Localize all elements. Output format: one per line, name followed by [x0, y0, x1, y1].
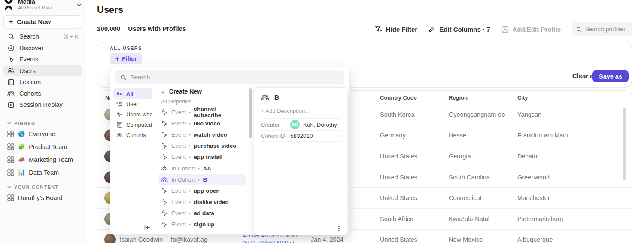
pencil-icon	[428, 26, 435, 33]
caret-right-icon: ▸	[189, 222, 191, 226]
sidebar-board-product-team[interactable]: 🧩 Product Team	[3, 140, 82, 153]
hide-filter-button[interactable]: Hide Filter	[375, 26, 417, 33]
event-spark-icon	[7, 56, 15, 63]
sidebar-board-dorothys-board[interactable]: Dorothy's Board	[3, 191, 82, 204]
user-props-icon	[116, 101, 123, 107]
caret-right-icon: ▸	[189, 144, 191, 148]
compass-icon	[7, 44, 15, 52]
search-profiles-input[interactable]	[585, 26, 628, 33]
text-aa-icon: Aa	[116, 91, 123, 96]
caret-right-icon: ▸	[189, 211, 191, 215]
property-item-cohort-b[interactable]: In Cohort ▸ B	[158, 174, 246, 185]
col-header-city[interactable]: City	[517, 94, 528, 101]
caret-right-icon: ▸	[189, 189, 191, 193]
sidebar-item-search[interactable]: Search ⌘ + K	[3, 31, 82, 43]
puzzle-emoji-icon: 🧩	[18, 143, 25, 150]
workspace-subtitle: All Project Data	[18, 5, 73, 11]
property-item-app-install[interactable]: Event ▸ app install	[158, 152, 246, 163]
category-cohorts[interactable]: Cohorts	[113, 130, 152, 140]
drag-handle-icon[interactable]: ⋮⋮	[102, 45, 109, 50]
board-grid-icon	[7, 143, 14, 150]
col-header-region[interactable]: Region	[449, 94, 468, 101]
sidebar-nav: Search ⌘ + K Discover Events Users Lex	[0, 31, 86, 111]
event-spark-icon	[161, 210, 168, 216]
table-scrollbar[interactable]	[623, 108, 626, 180]
caret-right-icon: ▸	[198, 167, 200, 170]
sidebar-item-cohorts[interactable]: Cohorts	[3, 88, 82, 100]
your-content-section-header[interactable]: YOUR CONTENT	[3, 183, 82, 191]
filter-funnel-icon	[375, 26, 382, 33]
add-edit-profile-button[interactable]: Add/Edit Profile	[501, 26, 561, 33]
property-item-sign-up[interactable]: Event ▸ sign up	[158, 219, 246, 230]
property-item-app-open[interactable]: Event ▸ app open	[158, 185, 246, 196]
edit-columns-button[interactable]: Edit Columns · 7	[428, 26, 490, 33]
caret-right-icon: ▸	[198, 178, 200, 182]
create-new-button[interactable]: + Create New	[3, 15, 82, 28]
megaphone-emoji-icon: 📣	[18, 156, 25, 163]
collapse-panel-icon[interactable]	[143, 224, 152, 231]
sidebar-item-session-replay[interactable]: Session Replay	[3, 99, 82, 111]
sidebar-board-everyone[interactable]: 🌎 Everyone	[3, 128, 82, 140]
board-grid-icon	[7, 131, 14, 137]
cohort-title: B	[274, 94, 279, 101]
sidebar-item-users[interactable]: Users	[3, 65, 82, 77]
workspace-switcher[interactable]: Media All Project Data	[3, 0, 85, 12]
media-x-logo	[3, 0, 15, 11]
user-count: 100,000	[97, 25, 120, 32]
user-name: Isaiah Goodwin	[120, 236, 163, 243]
pinned-section-header[interactable]: PINNED	[3, 119, 82, 128]
chevron-down-icon	[77, 3, 82, 6]
replay-icon	[7, 101, 15, 109]
sidebar-item-events[interactable]: Events	[3, 54, 82, 65]
updated-date: Jan 4, 2024	[311, 236, 343, 243]
caret-right-icon: ▸	[189, 133, 191, 137]
sidebar-divider	[4, 115, 82, 115]
property-item-ad-data[interactable]: Event ▸ ad data	[158, 208, 246, 219]
dropdown-scrollbar[interactable]	[249, 88, 252, 138]
property-item-dislike-video[interactable]: Event ▸ dislike video	[158, 197, 246, 208]
cohort-detail-popover: B + Add Description... Creator KD Koh, D…	[254, 87, 348, 235]
category-computed[interactable]: Computed	[113, 119, 152, 130]
save-as-button[interactable]: Save as	[592, 70, 629, 82]
dropdown-search-input[interactable]	[130, 74, 340, 81]
filter-property-dropdown: Aa All User Users who di... Computed C	[110, 67, 350, 235]
creator-name: Koh, Dorothy	[303, 122, 337, 128]
create-new-label: Create New	[17, 18, 51, 25]
property-item-cohort-aa[interactable]: In Cohort ▸ AA	[158, 163, 246, 174]
property-item-channel-subscribe[interactable]: Event ▸ channel subscribe	[158, 106, 246, 118]
property-item-like-video[interactable]: Event ▸ like video	[158, 118, 246, 129]
plus-icon: +	[161, 88, 165, 95]
cohorts-icon	[161, 166, 168, 171]
chevron-down-icon	[7, 186, 11, 188]
chart-emoji-icon: 📊	[18, 169, 25, 176]
board-grid-icon	[7, 194, 14, 201]
sidebar-board-data-team[interactable]: 📊 Data Team	[3, 166, 82, 179]
all-users-group-label: ALL USERS	[110, 46, 142, 51]
sidebar-item-lexicon[interactable]: Lexicon	[3, 76, 82, 88]
category-users-who-did[interactable]: Users who di...	[113, 109, 152, 119]
event-spark-icon	[161, 131, 168, 138]
col-header-country[interactable]: Country Code	[380, 94, 417, 101]
dropdown-category-list: Aa All User Users who di... Computed C	[110, 88, 155, 140]
sidebar: Media All Project Data + Create New Sear…	[0, 0, 86, 243]
property-item-watch-video[interactable]: Event ▸ watch video	[158, 129, 246, 140]
property-item-purchase-video[interactable]: Event ▸ purchase video	[158, 140, 246, 152]
dropdown-create-new-button[interactable]: + Create New	[155, 86, 249, 97]
board-grid-icon	[7, 156, 14, 163]
add-description-link[interactable]: + Add Description...	[254, 101, 347, 118]
all-properties-section-label: All Properties	[155, 97, 249, 106]
add-filter-button[interactable]: + Filter	[110, 53, 142, 64]
event-spark-icon	[161, 199, 168, 205]
category-all[interactable]: Aa All	[113, 88, 152, 99]
more-options-icon[interactable]: ⋮	[336, 225, 342, 232]
category-user[interactable]: User	[113, 99, 152, 109]
users-with-profiles-link[interactable]: Users with Profiles	[128, 25, 186, 32]
cohorts-icon	[261, 94, 269, 100]
event-spark-icon	[116, 111, 123, 117]
cohort-id-value: 5832010	[290, 133, 313, 139]
sidebar-board-marketing-team[interactable]: 📣 Marketing Team	[3, 153, 82, 166]
search-profiles-box[interactable]	[572, 22, 632, 36]
dropdown-search-box[interactable]	[115, 70, 344, 84]
sidebar-item-discover[interactable]: Discover	[3, 43, 82, 54]
search-shortcut: ⌘ + K	[63, 33, 79, 40]
